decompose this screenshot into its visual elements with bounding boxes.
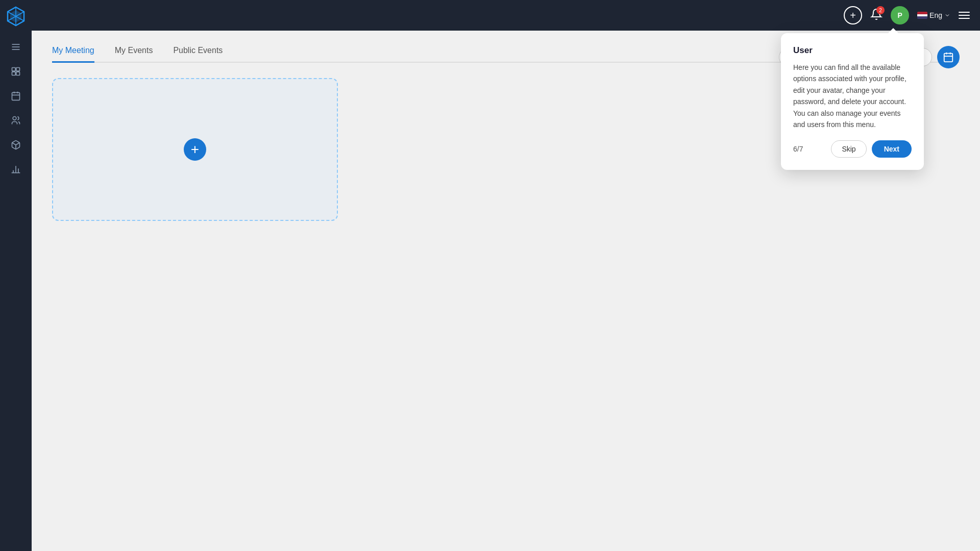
user-avatar[interactable]: P xyxy=(891,6,909,24)
tab-my-meeting[interactable]: My Meeting xyxy=(52,46,94,63)
chevron-down-icon xyxy=(944,12,950,18)
next-button[interactable]: Next xyxy=(872,140,912,158)
calendar-view-button[interactable] xyxy=(937,46,960,68)
popover-body: Here you can find all the available opti… xyxy=(793,62,912,130)
skip-button[interactable]: Skip xyxy=(831,140,866,158)
tab-public-events[interactable]: Public Events xyxy=(173,46,223,63)
sidebar-item-cube[interactable] xyxy=(6,135,26,155)
app-logo[interactable] xyxy=(5,5,27,28)
svg-rect-11 xyxy=(16,72,20,76)
header: + 2 P Eng xyxy=(32,0,980,31)
popover-arrow xyxy=(888,28,898,33)
sidebar-item-chart[interactable] xyxy=(6,159,26,180)
sidebar xyxy=(0,0,32,551)
svg-rect-8 xyxy=(12,68,16,71)
popover-actions: Skip Next xyxy=(831,140,912,158)
sidebar-item-menu[interactable] xyxy=(6,37,26,57)
popover-footer: 6/7 Skip Next xyxy=(793,140,912,158)
popover-title: User xyxy=(793,45,912,56)
svg-rect-9 xyxy=(16,68,20,71)
svg-rect-24 xyxy=(944,54,953,62)
notification-badge: 2 xyxy=(876,6,885,14)
header-add-button[interactable]: + xyxy=(844,6,862,24)
empty-meeting-card: + xyxy=(52,78,338,221)
popover-counter: 6/7 xyxy=(793,145,803,153)
flag-icon xyxy=(917,12,927,19)
language-selector[interactable]: Eng xyxy=(917,11,950,19)
add-meeting-button[interactable]: + xyxy=(184,138,206,161)
notification-button[interactable]: 2 xyxy=(870,8,883,22)
hamburger-menu-button[interactable] xyxy=(959,12,970,19)
svg-rect-12 xyxy=(12,92,20,100)
sidebar-item-dashboard[interactable] xyxy=(6,61,26,82)
tab-my-events[interactable]: My Events xyxy=(115,46,153,63)
svg-rect-10 xyxy=(12,72,16,76)
sidebar-item-people[interactable] xyxy=(6,110,26,131)
sidebar-item-calendar[interactable] xyxy=(6,86,26,106)
lang-label: Eng xyxy=(929,11,942,19)
user-tooltip-popover: User Here you can find all the available… xyxy=(781,33,924,170)
svg-point-16 xyxy=(13,117,16,120)
calendar-icon xyxy=(943,52,954,63)
